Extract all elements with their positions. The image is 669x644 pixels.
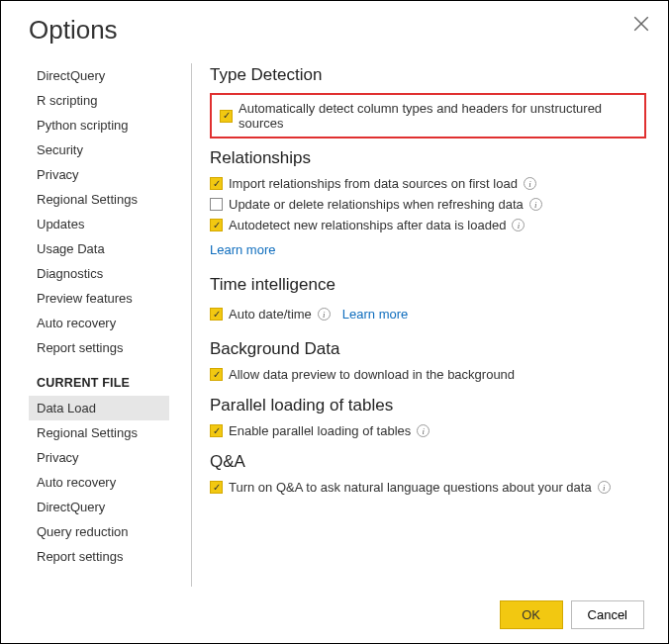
group-title-parallel-loading: Parallel loading of tables xyxy=(210,396,646,415)
sidebar-item-usage-data[interactable]: Usage Data xyxy=(29,236,169,261)
group-title-background-data: Background Data xyxy=(210,339,646,359)
link-time-learn-more[interactable]: Learn more xyxy=(342,307,408,322)
checkbox-autodetect-relationships[interactable] xyxy=(210,219,223,231)
options-dialog: Options DirectQuery R scripting Python s… xyxy=(1,1,668,643)
checkbox-auto-detect-columns[interactable] xyxy=(220,110,233,123)
option-update-relationships[interactable]: Update or delete relationships when refr… xyxy=(210,197,646,212)
sidebar-item-privacy[interactable]: Privacy xyxy=(29,162,169,187)
group-title-time-intelligence: Time intelligence xyxy=(210,275,646,295)
checkbox-import-relationships[interactable] xyxy=(210,177,223,190)
option-qa[interactable]: Turn on Q&A to ask natural language ques… xyxy=(210,480,646,495)
sidebar-item-auto-recovery[interactable]: Auto recovery xyxy=(29,311,169,335)
sidebar-item-data-load[interactable]: Data Load xyxy=(29,396,169,420)
label-import-relationships: Import relationships from data sources o… xyxy=(229,176,518,191)
info-icon[interactable] xyxy=(598,481,611,494)
checkbox-parallel-loading[interactable] xyxy=(210,424,223,437)
info-icon[interactable] xyxy=(524,177,536,190)
label-auto-detect-columns: Automatically detect column types and he… xyxy=(239,101,636,131)
option-background-preview[interactable]: Allow data preview to download in the ba… xyxy=(210,367,646,382)
checkbox-qa[interactable] xyxy=(210,481,223,494)
label-background-preview: Allow data preview to download in the ba… xyxy=(229,367,515,382)
sidebar-item-diagnostics[interactable]: Diagnostics xyxy=(29,261,169,286)
label-qa: Turn on Q&A to ask natural language ques… xyxy=(229,480,592,495)
highlight-annotation: Automatically detect column types and he… xyxy=(210,93,646,138)
sidebar-item-updates[interactable]: Updates xyxy=(29,212,169,236)
info-icon[interactable] xyxy=(417,424,430,437)
group-title-qa: Q&A xyxy=(210,452,646,472)
info-icon[interactable] xyxy=(529,198,542,211)
info-icon[interactable] xyxy=(318,308,331,321)
sidebar-item-directquery[interactable]: DirectQuery xyxy=(29,63,169,88)
sidebar: DirectQuery R scripting Python scripting… xyxy=(29,63,169,587)
sidebar-item-preview-features[interactable]: Preview features xyxy=(29,286,169,311)
checkbox-update-relationships[interactable] xyxy=(210,198,223,211)
group-title-type-detection: Type Detection xyxy=(210,65,646,85)
cancel-button[interactable]: Cancel xyxy=(571,600,644,629)
option-parallel-loading[interactable]: Enable parallel loading of tables xyxy=(210,423,646,438)
dialog-title: Options xyxy=(1,1,668,63)
sidebar-item-python-scripting[interactable]: Python scripting xyxy=(29,113,169,138)
checkbox-auto-date-time[interactable] xyxy=(210,308,223,321)
group-title-relationships: Relationships xyxy=(210,148,646,168)
dialog-footer: OK Cancel xyxy=(1,587,668,643)
sidebar-item-file-report-settings[interactable]: Report settings xyxy=(29,544,169,569)
sidebar-item-r-scripting[interactable]: R scripting xyxy=(29,88,169,113)
sidebar-item-file-auto-recovery[interactable]: Auto recovery xyxy=(29,470,169,495)
link-relationships-learn-more[interactable]: Learn more xyxy=(210,242,275,257)
sidebar-item-file-directquery[interactable]: DirectQuery xyxy=(29,495,169,519)
ok-button[interactable]: OK xyxy=(500,600,563,629)
sidebar-item-file-regional-settings[interactable]: Regional Settings xyxy=(29,420,169,445)
option-import-relationships[interactable]: Import relationships from data sources o… xyxy=(210,176,646,191)
label-auto-date-time: Auto date/time xyxy=(229,307,312,322)
checkbox-background-preview[interactable] xyxy=(210,368,223,381)
main-panel: Type Detection Automatically detect colu… xyxy=(192,63,668,587)
label-update-relationships: Update or delete relationships when refr… xyxy=(229,197,524,212)
sidebar-item-file-privacy[interactable]: Privacy xyxy=(29,445,169,470)
option-autodetect-relationships[interactable]: Autodetect new relationships after data … xyxy=(210,218,646,232)
sidebar-item-regional-settings[interactable]: Regional Settings xyxy=(29,187,169,212)
label-autodetect-relationships: Autodetect new relationships after data … xyxy=(229,218,506,232)
sidebar-section-current-file: CURRENT FILE xyxy=(29,360,169,396)
option-auto-date-time[interactable]: Auto date/time Learn more xyxy=(210,303,646,325)
info-icon[interactable] xyxy=(512,219,525,231)
sidebar-item-report-settings[interactable]: Report settings xyxy=(29,335,169,360)
sidebar-item-query-reduction[interactable]: Query reduction xyxy=(29,519,169,544)
sidebar-item-security[interactable]: Security xyxy=(29,138,169,162)
close-button[interactable] xyxy=(632,15,650,33)
option-auto-detect-columns[interactable]: Automatically detect column types and he… xyxy=(220,101,636,131)
label-parallel-loading: Enable parallel loading of tables xyxy=(229,423,411,438)
